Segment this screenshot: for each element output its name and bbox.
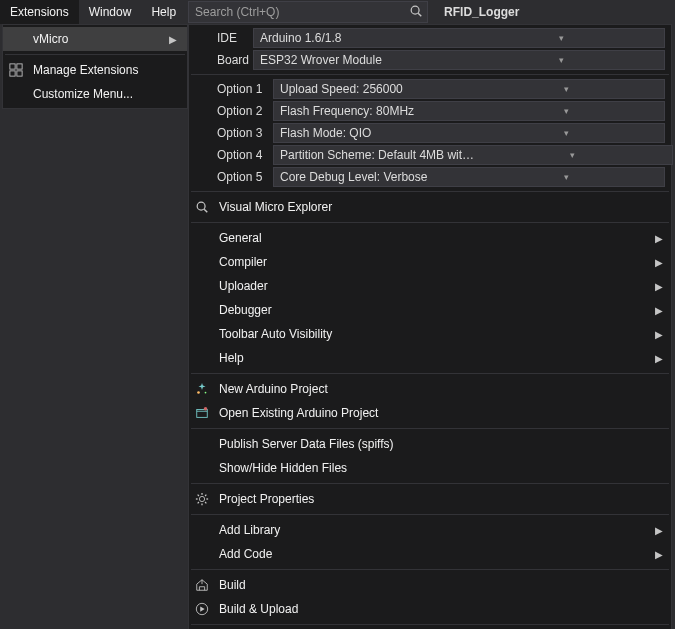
menuitem-help[interactable]: Help ▶ [189, 346, 671, 370]
combo-value: Arduino 1.6/1.8 [260, 31, 461, 45]
row-option2: Option 2 Flash Frequency: 80MHz ▾ [189, 100, 671, 122]
combo-ide[interactable]: Arduino 1.6/1.8 ▾ [253, 28, 665, 48]
combo-value: Flash Frequency: 80MHz [280, 104, 471, 118]
label-option2: Option 2 [191, 104, 273, 118]
combo-value: Partition Scheme: Default 4MB with spiff… [280, 148, 475, 162]
menuitem-build-upload[interactable]: Build & Upload [189, 597, 671, 621]
menu-bar: Extensions Window Help [0, 0, 186, 24]
menuitem-add-library[interactable]: Add Library ▶ [189, 518, 671, 542]
chevron-right-icon: ▶ [653, 257, 665, 268]
menuitem-label: Publish Server Data Files (spiffs) [213, 437, 665, 451]
svg-line-1 [418, 13, 421, 16]
menuitem-vmicro[interactable]: vMicro ▶ [3, 27, 187, 51]
menuitem-label: Add Library [213, 523, 653, 537]
menuitem-debugger[interactable]: Debugger ▶ [189, 298, 671, 322]
chevron-down-icon: ▾ [471, 128, 662, 138]
combo-option4[interactable]: Partition Scheme: Default 4MB with spiff… [273, 145, 673, 165]
blank-icon [191, 253, 213, 271]
svg-rect-5 [17, 71, 22, 76]
menuitem-compiler[interactable]: Compiler ▶ [189, 250, 671, 274]
menuitem-toolbar-auto-visibility[interactable]: Toolbar Auto Visibility ▶ [189, 322, 671, 346]
search-icon [409, 4, 423, 21]
blank-icon [191, 349, 213, 367]
menuitem-label: Compiler [213, 255, 653, 269]
separator [191, 428, 669, 429]
combo-option3[interactable]: Flash Mode: QIO ▾ [273, 123, 665, 143]
menuitem-label: Build & Upload [213, 602, 665, 616]
build-icon [191, 576, 213, 594]
chevron-right-icon: ▶ [653, 549, 665, 560]
chevron-down-icon: ▾ [471, 172, 662, 182]
open-project-icon [191, 404, 213, 422]
gear-icon [191, 490, 213, 508]
label-option5: Option 5 [191, 170, 273, 184]
svg-line-20 [205, 495, 206, 496]
label-option4: Option 4 [191, 148, 273, 162]
separator [191, 373, 669, 374]
blank-icon [191, 459, 213, 477]
label-option1: Option 1 [191, 82, 273, 96]
svg-rect-10 [197, 410, 208, 418]
menuitem-show-hide-files[interactable]: Show/Hide Hidden Files [189, 456, 671, 480]
combo-option1[interactable]: Upload Speed: 256000 ▾ [273, 79, 665, 99]
svg-point-6 [197, 202, 205, 210]
search-box[interactable] [188, 1, 428, 23]
label-option3: Option 3 [191, 126, 273, 140]
menuitem-label: vMicro [27, 32, 167, 46]
svg-line-18 [205, 502, 206, 503]
menuitem-label: Customize Menu... [27, 87, 179, 101]
separator [191, 569, 669, 570]
combo-option2[interactable]: Flash Frequency: 80MHz ▾ [273, 101, 665, 121]
chevron-right-icon: ▶ [653, 281, 665, 292]
separator [5, 54, 185, 55]
blank-icon [191, 277, 213, 295]
menuitem-customize-menu[interactable]: Customize Menu... [3, 82, 187, 106]
menu-help[interactable]: Help [141, 0, 186, 24]
menuitem-build[interactable]: Build [189, 573, 671, 597]
search-input[interactable] [195, 5, 409, 19]
blank-icon [191, 301, 213, 319]
combo-value: Flash Mode: QIO [280, 126, 471, 140]
chevron-right-icon: ▶ [653, 233, 665, 244]
menuitem-open-existing-project[interactable]: Open Existing Arduino Project [189, 401, 671, 425]
row-ide: IDE Arduino 1.6/1.8 ▾ [189, 27, 671, 49]
combo-value: Core Debug Level: Verbose [280, 170, 471, 184]
play-icon [191, 600, 213, 618]
menuitem-visual-micro-explorer[interactable]: Visual Micro Explorer [189, 195, 671, 219]
menuitem-add-code[interactable]: Add Code ▶ [189, 542, 671, 566]
blank-icon [191, 325, 213, 343]
menuitem-general[interactable]: General ▶ [189, 226, 671, 250]
row-option3: Option 3 Flash Mode: QIO ▾ [189, 122, 671, 144]
menuitem-project-properties[interactable]: Project Properties [189, 487, 671, 511]
row-option1: Option 1 Upload Speed: 256000 ▾ [189, 78, 671, 100]
menu-extensions[interactable]: Extensions [0, 0, 79, 24]
label-ide: IDE [191, 31, 253, 45]
svg-point-0 [411, 6, 419, 14]
chevron-right-icon: ▶ [653, 329, 665, 340]
separator [191, 74, 669, 75]
blank-icon [191, 545, 213, 563]
row-board: Board ESP32 Wrover Module ▾ [189, 49, 671, 71]
chevron-down-icon: ▾ [475, 150, 670, 160]
chevron-right-icon: ▶ [167, 34, 179, 45]
menuitem-label: Add Code [213, 547, 653, 561]
label-board: Board [191, 53, 253, 67]
blank-icon [5, 30, 27, 48]
chevron-down-icon: ▾ [461, 55, 662, 65]
combo-board[interactable]: ESP32 Wrover Module ▾ [253, 50, 665, 70]
menuitem-label: Debugger [213, 303, 653, 317]
svg-rect-3 [17, 64, 22, 69]
menuitem-label: Manage Extensions [27, 63, 179, 77]
menuitem-publish-spiffs[interactable]: Publish Server Data Files (spiffs) [189, 432, 671, 456]
menuitem-label: Visual Micro Explorer [213, 200, 665, 214]
separator [191, 514, 669, 515]
combo-option5[interactable]: Core Debug Level: Verbose ▾ [273, 167, 665, 187]
menuitem-manage-extensions[interactable]: Manage Extensions [3, 58, 187, 82]
search-icon [191, 198, 213, 216]
menuitem-uploader[interactable]: Uploader ▶ [189, 274, 671, 298]
menuitem-new-arduino-project[interactable]: New Arduino Project [189, 377, 671, 401]
menuitem-label: New Arduino Project [213, 382, 665, 396]
menu-window[interactable]: Window [79, 0, 142, 24]
separator [191, 222, 669, 223]
project-title: RFID_Logger [436, 0, 527, 24]
